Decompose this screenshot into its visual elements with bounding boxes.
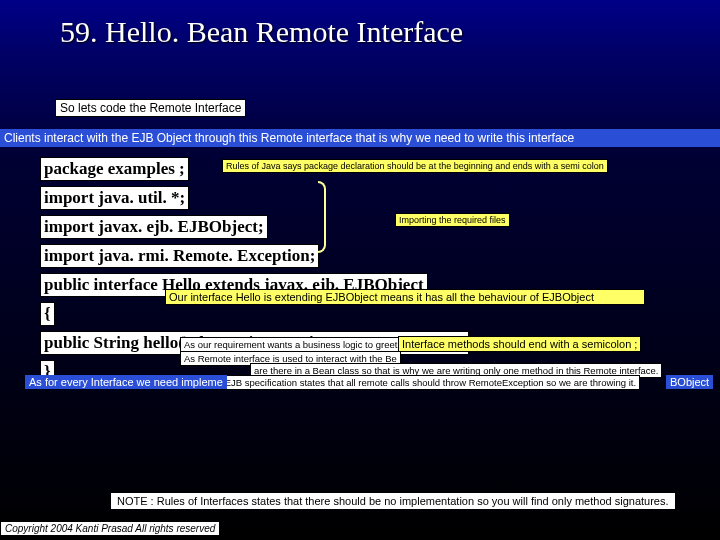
code-line-4: import java. rmi. Remote. Exception; [40, 244, 319, 268]
note-ejbspec: Note EJB specification states that all r… [198, 375, 640, 390]
bottom-note: NOTE : Rules of Interfaces states that t… [110, 492, 676, 510]
note-extends: Our interface Hello is extending EJBObje… [165, 289, 645, 305]
code-line-6: { [40, 302, 55, 326]
bluesub-right: BObject [666, 375, 713, 389]
code-line-2: import java. util. *; [40, 186, 189, 210]
note-imports: Importing the required files [395, 213, 510, 227]
brace-decoration [318, 181, 326, 253]
banner-text: Clients interact with the EJB Object thr… [0, 129, 720, 147]
code-block: package examples ; import java. util. *;… [40, 157, 720, 389]
copyright: Copyright 2004 Kanti Prasad All rights r… [0, 521, 220, 536]
slide-title: 59. Hello. Bean Remote Interface [0, 0, 720, 49]
note-requirement: As our requirement wants a business logi… [180, 337, 401, 352]
bluesub-left: As for every Interface we need impleme [25, 375, 227, 389]
code-line-1: package examples ; [40, 157, 189, 181]
note-package: Rules of Java says package declaration s… [222, 159, 608, 173]
code-line-3: import javax. ejb. EJBObject; [40, 215, 268, 239]
intro-text: So lets code the Remote Interface [55, 99, 246, 117]
note-semicolon: Interface methods should end with a semi… [398, 336, 641, 352]
